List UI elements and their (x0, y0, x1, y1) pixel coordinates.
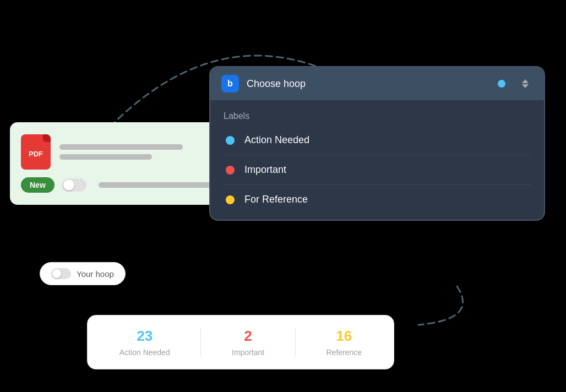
label-text-action: Action Needed (244, 134, 309, 146)
sort-down-arrow (522, 84, 529, 88)
pdf-label: PDF (29, 150, 43, 158)
stat-item-reference: 16 Reference (326, 328, 362, 357)
stat-label-action: Action Needed (119, 348, 170, 357)
line-bar-2 (59, 154, 152, 160)
stat-divider-2 (295, 329, 296, 356)
stat-number-important: 2 (244, 328, 252, 345)
stats-card: 23 Action Needed 2 Important 16 Referenc… (87, 315, 394, 369)
stat-divider-1 (200, 329, 201, 356)
label-text-important: Important (244, 164, 286, 176)
your-hoop-badge[interactable]: Your hoop (40, 262, 126, 285)
dot-red (226, 166, 235, 175)
new-badge: New (21, 177, 55, 193)
label-item-action-needed[interactable]: Action Needed (224, 126, 531, 155)
stat-number-action: 23 (137, 328, 153, 345)
sort-icon[interactable] (518, 76, 533, 91)
card-lines (59, 144, 214, 160)
pdf-icon: PDF (21, 134, 51, 170)
file-card: PDF New (10, 122, 225, 205)
label-item-important[interactable]: Important (224, 155, 531, 185)
stat-number-reference: 16 (336, 328, 352, 345)
dropdown-panel[interactable]: b Choose hoop Labels Action Needed Impor… (209, 66, 545, 221)
label-text-reference: For Reference (244, 194, 308, 205)
toggle-knob (63, 179, 74, 190)
blue-dot-indicator (498, 80, 505, 88)
toggle-switch[interactable] (62, 178, 86, 192)
stat-item-action: 23 Action Needed (119, 328, 170, 357)
toggle-line (99, 182, 214, 188)
card-bottom-row: New (21, 177, 214, 193)
your-hoop-knob (52, 269, 61, 278)
labels-section: Labels Action Needed Important For Refer… (210, 100, 544, 220)
stat-item-important: 2 Important (232, 328, 264, 357)
your-hoop-toggle[interactable] (51, 268, 71, 279)
dot-blue (226, 136, 235, 145)
brand-icon: b (221, 75, 239, 92)
file-card-top-row: PDF (21, 134, 214, 170)
dot-yellow (226, 195, 235, 204)
dropdown-title: Choose hoop (247, 78, 490, 90)
sort-up-arrow (522, 79, 529, 83)
your-hoop-text: Your hoop (77, 269, 114, 279)
line-bar-1 (59, 144, 183, 150)
dropdown-header: b Choose hoop (210, 67, 544, 100)
stat-label-reference: Reference (326, 348, 362, 357)
label-item-reference[interactable]: For Reference (224, 185, 531, 214)
stat-label-important: Important (232, 348, 264, 357)
labels-heading: Labels (224, 111, 531, 121)
